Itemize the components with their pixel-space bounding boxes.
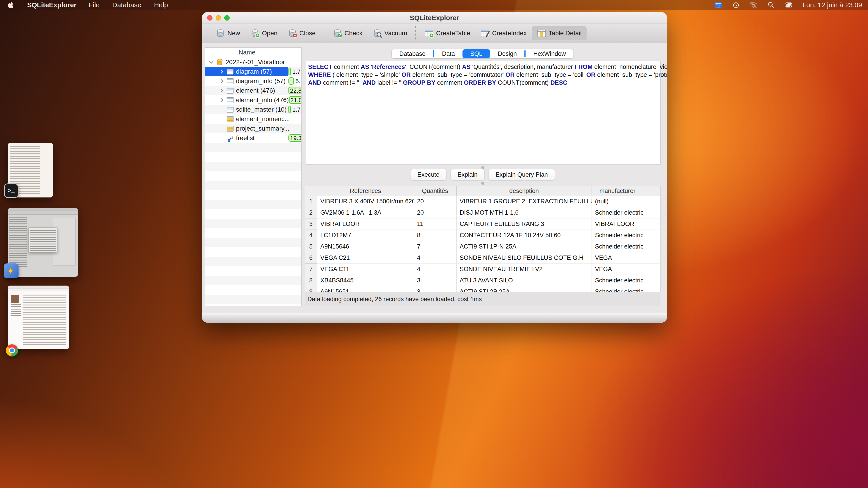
spotlight-icon[interactable] bbox=[767, 1, 775, 9]
column-header-empty[interactable] bbox=[305, 186, 317, 196]
tree-row[interactable]: project_summary... bbox=[205, 124, 301, 133]
time-machine-icon[interactable] bbox=[732, 1, 740, 9]
title-bar[interactable]: SQLiteExplorer bbox=[202, 12, 667, 24]
chrome-icon[interactable] bbox=[6, 344, 18, 357]
tab-hexwindow[interactable]: HexWindow bbox=[526, 49, 574, 58]
button-explain[interactable]: Explain bbox=[451, 169, 485, 180]
database-tree-panel: Name 2022-7-01_Vibrafloordiagram (57)1.7… bbox=[205, 47, 302, 306]
tree-row-name: diagram (57) bbox=[205, 67, 288, 76]
tab-data[interactable]: Data bbox=[434, 49, 463, 58]
toolbar-button-vacuum[interactable]: Vacuum bbox=[367, 26, 412, 40]
splitter-handle-top[interactable] bbox=[481, 166, 485, 169]
wifi-off-icon[interactable] bbox=[749, 1, 758, 9]
toolbar-button-label: Open bbox=[262, 30, 278, 37]
tree-row[interactable]: 2022-7-01_Vibrafloor bbox=[205, 57, 301, 67]
results-grid: ReferencesQuantitésdescriptionmanufactur… bbox=[305, 186, 660, 292]
sql-line: SELECT comment AS 'References', COUNT(co… bbox=[308, 63, 658, 71]
size-bar bbox=[288, 68, 291, 75]
toolbar-button-createtable[interactable]: +CreateTable bbox=[419, 26, 475, 40]
table-icon bbox=[226, 105, 234, 113]
tree-row[interactable]: freelist19.3 bbox=[205, 133, 301, 143]
tab-sql[interactable]: SQL bbox=[463, 49, 490, 58]
app-window-icon[interactable] bbox=[714, 1, 722, 9]
tree-row[interactable]: diagram_info (57)5.26 bbox=[205, 76, 301, 86]
button-explain-query-plan[interactable]: Explain Query Plan bbox=[489, 169, 555, 180]
control-center-icon[interactable] bbox=[784, 1, 793, 9]
close-window-button[interactable] bbox=[207, 15, 213, 21]
tree-row-name: diagram_info (57) bbox=[205, 76, 288, 86]
toolbar-button-createindex[interactable]: CreateIndex bbox=[475, 26, 532, 40]
menu-app-name[interactable]: SQLiteExplorer bbox=[21, 1, 82, 9]
size-badge-cell: 21.0 bbox=[289, 95, 301, 105]
table-row[interactable]: 3VIBRAFLOOR11CAPTEUR FEUILLUS RANG 3VIBR… bbox=[305, 219, 660, 230]
table-row[interactable]: 8XB4BS84453ATU 3 AVANT SILOSchneider ele… bbox=[305, 275, 660, 286]
table-row[interactable]: 1VIBREUR 3 X 400V 1500tr/mn 620W20VIBREU… bbox=[305, 196, 660, 207]
sql-line: WHERE ( element_type = 'simple' OR eleme… bbox=[308, 71, 658, 79]
desktop: SQLiteExplorer FileDatabaseHelp Lun. 12 … bbox=[0, 0, 868, 488]
table-row[interactable]: 9A9N156513ACTI9 STI 2P 25ASchneider elec… bbox=[305, 286, 660, 292]
results-header-row: ReferencesQuantitésdescriptionmanufactur… bbox=[305, 186, 660, 196]
tree-header[interactable]: Name bbox=[205, 48, 301, 57]
chevron-right-icon[interactable] bbox=[219, 78, 225, 84]
terminal-icon[interactable]: >_ bbox=[4, 184, 19, 198]
menu-item-help[interactable]: Help bbox=[148, 1, 174, 8]
table-row[interactable]: 5A9N156467ACTI9 STI 1P-N 25ASchneider el… bbox=[305, 241, 660, 252]
cell: CONTACTEUR 12A 1F 10 24V 50 60 bbox=[456, 230, 592, 241]
tree-row[interactable]: diagram (57)1.75 bbox=[205, 67, 301, 76]
cell: (null) bbox=[592, 196, 643, 207]
sql-editor[interactable]: SELECT comment AS 'References', COUNT(co… bbox=[306, 61, 660, 164]
cell: Schneider electric bbox=[592, 275, 643, 286]
sql-line: AND comment != '' AND label != '' GROUP … bbox=[308, 79, 658, 87]
splitter-handle-bottom[interactable] bbox=[481, 182, 485, 185]
minimize-window-button[interactable] bbox=[216, 15, 221, 21]
toolbar: New+Open−Close✓CheckVacuum+CreateTableCr… bbox=[202, 24, 667, 43]
menu-item-database[interactable]: Database bbox=[106, 1, 148, 8]
zoom-window-button[interactable] bbox=[224, 15, 230, 21]
toolbar-button-close[interactable]: −Close bbox=[283, 26, 321, 40]
toolbar-button-open[interactable]: +Open bbox=[245, 26, 283, 40]
column-header-quantités[interactable]: Quantités bbox=[414, 186, 456, 196]
column-header-description[interactable]: description bbox=[456, 186, 592, 196]
toolbar-button-new[interactable]: New bbox=[211, 26, 245, 40]
column-header-manufacturer[interactable]: manufacturer bbox=[592, 186, 643, 196]
toolbar-button-table-detail[interactable]: Table Detail bbox=[532, 26, 587, 40]
table-icon bbox=[226, 77, 234, 85]
menu-item-file[interactable]: File bbox=[82, 1, 106, 8]
size-badge-cell: 19.3 bbox=[288, 133, 301, 143]
apple-menu-icon[interactable] bbox=[7, 1, 14, 8]
table-row[interactable]: 2GV2M06 1-1.6A 1.3A20DISJ MOT MTH 1-1.6S… bbox=[305, 207, 660, 219]
table-row[interactable]: 6VEGA C214SONDE NIVEAU SILO FEUILLUS COT… bbox=[305, 252, 660, 264]
chevron-right-icon[interactable] bbox=[219, 88, 225, 94]
column-header-empty[interactable] bbox=[643, 186, 660, 196]
chevron-down-icon[interactable] bbox=[209, 59, 214, 65]
cell: 3 bbox=[414, 275, 456, 286]
svg-text:✓: ✓ bbox=[338, 33, 342, 37]
size-value: 1.75 bbox=[292, 68, 301, 75]
lightning-icon[interactable] bbox=[4, 263, 19, 278]
tree-row[interactable]: element (476)22.8 bbox=[205, 86, 301, 95]
cell: ACTI9 STI 1P-N 25A bbox=[456, 241, 592, 252]
tree-row[interactable]: sqlite_master (10)1.75 bbox=[205, 105, 301, 114]
menu-bar: SQLiteExplorer FileDatabaseHelp Lun. 12 … bbox=[0, 0, 868, 10]
cell bbox=[643, 241, 660, 252]
tree-row[interactable]: element_nomenc... bbox=[205, 114, 301, 124]
table-row[interactable]: 4LC1D12M78CONTACTEUR 12A 1F 10 24V 50 60… bbox=[305, 230, 660, 241]
status-message: Data loading completed, 26 records have … bbox=[305, 296, 482, 303]
cell: ACTI9 STI 2P 25A bbox=[456, 286, 592, 292]
toolbar-button-check[interactable]: ✓Check bbox=[328, 26, 367, 40]
column-header-references[interactable]: References bbox=[317, 186, 414, 196]
svg-text:−: − bbox=[294, 33, 296, 37]
create-index-icon bbox=[480, 28, 490, 38]
tab-database[interactable]: Database bbox=[392, 49, 433, 58]
chevron-right-icon[interactable] bbox=[219, 97, 225, 103]
cell: VEGA bbox=[592, 264, 643, 275]
tree-row[interactable]: element_info (476)21.0 bbox=[205, 95, 301, 105]
chevron-right-icon[interactable] bbox=[219, 69, 225, 74]
row-number-cell: 7 bbox=[305, 264, 317, 275]
menu-bar-clock[interactable]: Lun. 12 juin à 23:09 bbox=[802, 1, 862, 9]
browser-window-thumbnail[interactable] bbox=[8, 286, 69, 349]
toolbar-button-label: New bbox=[227, 30, 240, 37]
tab-design[interactable]: Design bbox=[490, 49, 524, 58]
table-row[interactable]: 7VEGA C114SONDE NIVEAU TREMIE LV2VEGA bbox=[305, 264, 660, 275]
button-execute[interactable]: Execute bbox=[410, 169, 446, 180]
